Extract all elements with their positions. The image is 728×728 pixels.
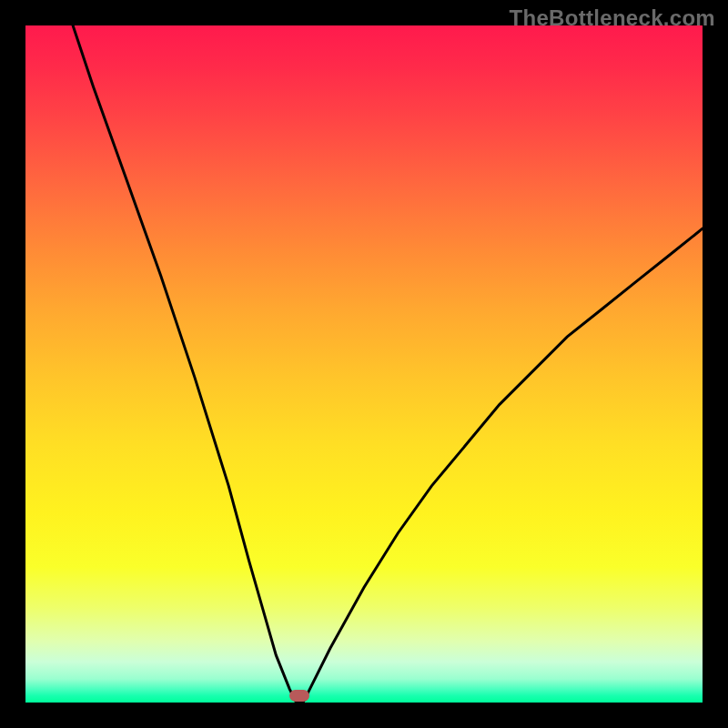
bottleneck-curve (25, 25, 703, 703)
optimum-marker (289, 690, 309, 702)
chart-frame: TheBottleneck.com (0, 0, 728, 728)
watermark-text: TheBottleneck.com (510, 5, 715, 31)
